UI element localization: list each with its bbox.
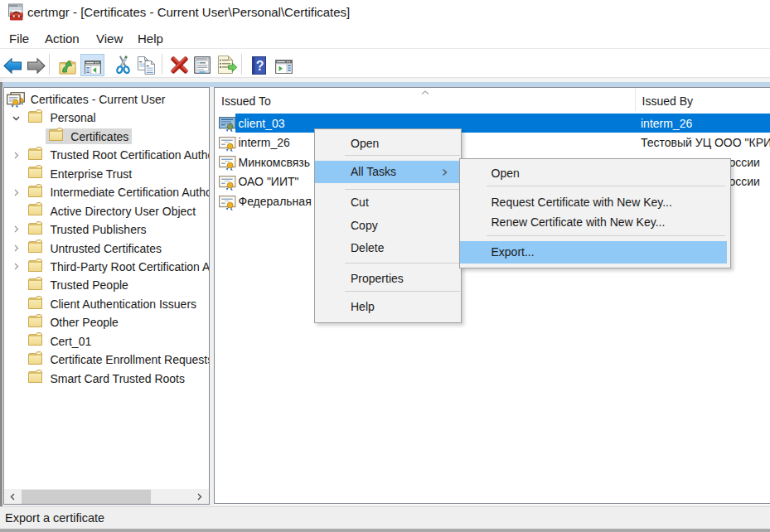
svg-text:?: ? <box>255 58 264 72</box>
